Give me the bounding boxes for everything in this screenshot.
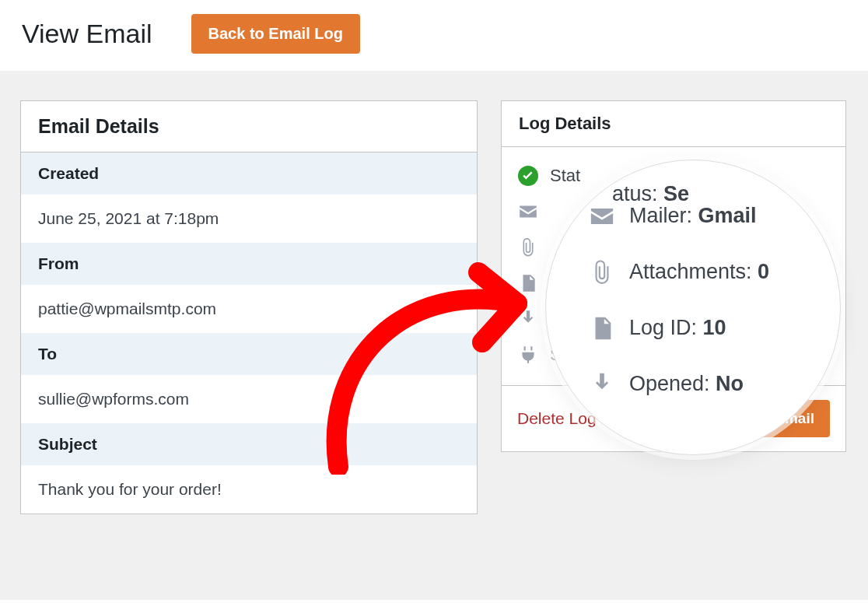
document-icon <box>589 315 615 342</box>
document-icon <box>517 272 539 294</box>
email-details-heading: Email Details <box>21 101 477 152</box>
paperclip-icon <box>589 259 615 286</box>
pointer-icon <box>517 308 539 330</box>
from-label: From <box>21 243 477 285</box>
page-header: View Email Back to Email Log <box>0 0 868 71</box>
paperclip-icon <box>517 237 539 258</box>
mag-row-attachments: Attachments: 0 <box>589 244 809 300</box>
back-to-log-button[interactable]: Back to Email Log <box>191 14 360 54</box>
pointer-icon <box>589 371 615 398</box>
envelope-icon <box>589 203 615 230</box>
email-details-panel: Email Details Created June 25, 2021 at 7… <box>20 100 478 514</box>
to-label: To <box>21 333 477 375</box>
mag-row-mailer: Mailer: Gmail <box>589 203 809 244</box>
created-value: June 25, 2021 at 7:18pm <box>21 195 477 243</box>
plug-icon <box>517 344 539 366</box>
to-value: sullie@wpforms.com <box>21 375 477 423</box>
envelope-icon <box>517 201 539 223</box>
delete-log-link[interactable]: Delete Log <box>517 409 597 428</box>
check-circle-icon <box>517 165 539 187</box>
mag-status-fragment: atus: Se <box>612 182 689 206</box>
mag-row-opened: Opened: No <box>589 356 809 412</box>
mag-logid-text: Log ID: 10 <box>629 316 726 340</box>
page-title: View Email <box>22 19 152 49</box>
subject-label: Subject <box>21 423 477 465</box>
log-status-text: Stat <box>550 166 580 186</box>
subject-value: Thank you for your order! <box>21 465 477 514</box>
mag-row-logid: Log ID: 10 <box>589 300 809 356</box>
from-value: pattie@wpmailsmtp.com <box>21 285 477 333</box>
mag-mailer-text: Mailer: Gmail <box>629 204 757 228</box>
created-label: Created <box>21 152 477 195</box>
mag-opened-text: Opened: No <box>629 372 744 396</box>
mag-attachments-text: Attachments: 0 <box>629 260 769 284</box>
magnifier-callout: atus: Se Mailer: Gmail Attachments: 0 Lo… <box>545 160 841 455</box>
log-details-heading: Log Details <box>502 101 845 147</box>
